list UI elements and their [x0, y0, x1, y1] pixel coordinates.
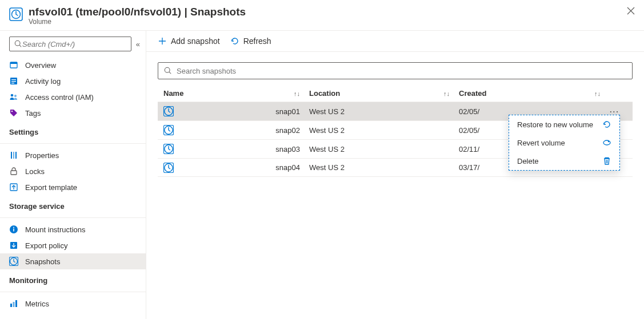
svg-point-4	[15, 41, 20, 46]
svg-point-21	[13, 227, 14, 228]
lock-icon	[9, 167, 18, 176]
sidebar-item-mount[interactable]: Mount instructions	[0, 221, 146, 237]
page-title: nfsvol01 (tme/pool0/nfsvol01) | Snapshot…	[29, 6, 635, 18]
column-header-created[interactable]: Created ↑↓	[459, 89, 610, 98]
sidebar-item-metrics[interactable]: Metrics	[0, 296, 146, 312]
svg-rect-15	[13, 152, 14, 159]
context-delete[interactable]: Delete	[509, 152, 619, 170]
sidebar-item-snapshots[interactable]: Snapshots	[0, 253, 146, 269]
separator	[0, 143, 146, 144]
overview-icon	[9, 60, 18, 70]
svg-rect-8	[11, 79, 16, 80]
sidebar-label: Tags	[25, 109, 41, 118]
context-label: Delete	[517, 157, 539, 165]
sort-icon: ↑↓	[594, 90, 601, 97]
delete-icon	[602, 156, 611, 165]
search-icon	[14, 40, 22, 48]
search-icon	[164, 67, 172, 75]
snapshot-name: snap04	[275, 163, 300, 172]
context-label: Restore to new volume	[517, 120, 593, 129]
snapshot-location: West US 2	[309, 126, 459, 135]
properties-icon	[9, 151, 18, 160]
sidebar-label: Mount instructions	[25, 225, 86, 234]
sidebar-label: Overview	[25, 61, 56, 70]
access-control-icon	[9, 92, 18, 102]
svg-rect-6	[10, 62, 17, 64]
page-subtitle: Volume	[29, 18, 635, 26]
sidebar-search[interactable]	[9, 37, 131, 51]
toolbar: Add snapshot Refresh	[146, 31, 644, 52]
toolbar-label: Add snapshot	[171, 37, 220, 46]
sidebar-item-tags[interactable]: Tags	[0, 105, 146, 121]
sidebar-item-export-template[interactable]: Export template	[0, 179, 146, 195]
snapshot-location: West US 2	[309, 145, 459, 154]
separator	[0, 217, 146, 218]
volume-snapshot-icon	[9, 7, 23, 21]
sidebar-label: Snapshots	[25, 257, 60, 266]
column-header-location[interactable]: Location ↑↓	[309, 89, 459, 98]
sidebar-label: Locks	[25, 167, 45, 176]
svg-rect-16	[15, 152, 17, 159]
sidebar-item-properties[interactable]: Properties	[0, 147, 146, 163]
sidebar: « Overview Activity log Access control (…	[0, 31, 146, 319]
refresh-button[interactable]: Refresh	[230, 37, 271, 46]
svg-rect-20	[13, 229, 14, 232]
search-snapshots-input[interactable]	[177, 67, 626, 75]
snapshot-name: snap02	[275, 126, 300, 135]
snapshot-location: West US 2	[309, 163, 459, 172]
section-header-settings: Settings	[0, 121, 146, 140]
export-template-icon	[9, 183, 18, 192]
context-revert[interactable]: Revert volume	[509, 134, 619, 152]
sidebar-item-export-policy[interactable]: Export policy	[0, 237, 146, 253]
sidebar-item-locks[interactable]: Locks	[0, 163, 146, 179]
search-snapshots[interactable]	[158, 62, 633, 79]
sidebar-item-access-control[interactable]: Access control (IAM)	[0, 89, 146, 105]
snapshot-name: snap03	[275, 145, 300, 154]
sort-icon: ↑↓	[443, 90, 450, 97]
svg-point-13	[11, 111, 13, 112]
context-label: Revert volume	[517, 139, 565, 147]
context-restore[interactable]: Restore to new volume	[509, 115, 619, 134]
activity-log-icon	[9, 76, 18, 86]
context-menu: Restore to new volume Revert volume Dele…	[509, 115, 620, 171]
revert-icon	[602, 138, 611, 147]
section-header-storage: Storage service	[0, 195, 146, 214]
sidebar-label: Metrics	[25, 300, 49, 308]
sidebar-label: Properties	[25, 151, 59, 160]
add-snapshot-button[interactable]: Add snapshot	[158, 37, 220, 46]
svg-point-28	[608, 141, 610, 143]
snapshots-icon	[9, 257, 18, 266]
metrics-icon	[9, 299, 18, 308]
restore-icon	[602, 120, 611, 129]
sidebar-search-input[interactable]	[22, 40, 126, 49]
sidebar-label: Export template	[25, 183, 77, 192]
sidebar-item-overview[interactable]: Overview	[0, 57, 146, 73]
export-policy-icon	[9, 241, 18, 250]
column-header-name[interactable]: Name ↑↓	[163, 89, 309, 98]
header-text: nfsvol01 (tme/pool0/nfsvol01) | Snapshot…	[29, 6, 635, 26]
refresh-icon	[230, 37, 239, 46]
tags-icon	[9, 108, 18, 118]
svg-rect-9	[11, 81, 16, 82]
svg-rect-10	[11, 83, 14, 83]
collapse-sidebar-icon[interactable]: «	[136, 40, 140, 49]
snapshot-icon	[163, 144, 174, 154]
svg-point-26	[165, 67, 170, 72]
svg-point-12	[14, 95, 17, 97]
plus-icon	[158, 37, 167, 46]
toolbar-label: Refresh	[243, 37, 271, 46]
svg-rect-24	[13, 302, 15, 307]
sidebar-label: Activity log	[25, 77, 61, 86]
separator	[0, 292, 146, 292]
svg-rect-14	[11, 152, 12, 159]
snapshot-name: snap01	[275, 107, 300, 116]
snapshot-icon	[163, 125, 174, 135]
sidebar-label: Access control (IAM)	[25, 93, 94, 102]
svg-rect-17	[11, 171, 17, 175]
snapshot-icon	[163, 163, 174, 173]
sidebar-item-activity-log[interactable]: Activity log	[0, 73, 146, 89]
table-header: Name ↑↓ Location ↑↓ Created ↑↓	[158, 85, 633, 102]
svg-rect-25	[15, 300, 17, 307]
sidebar-label: Export policy	[25, 241, 67, 250]
close-button[interactable]	[627, 7, 635, 15]
